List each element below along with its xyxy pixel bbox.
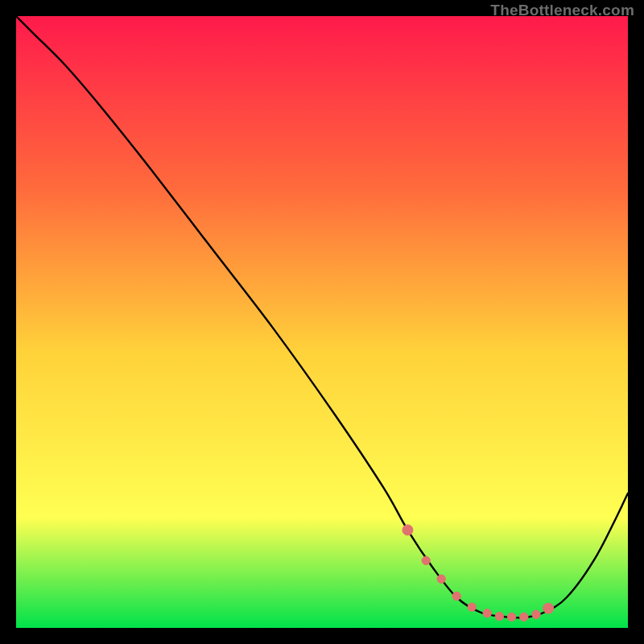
outer-black-frame: TheBottleneck.com: [0, 0, 644, 644]
sweet-spot-marker: [495, 612, 503, 620]
sweet-spot-marker: [532, 610, 540, 618]
gradient-background: [16, 16, 628, 628]
sweet-spot-marker: [422, 556, 430, 564]
sweet-spot-marker: [468, 603, 476, 611]
sweet-spot-marker: [402, 525, 413, 535]
sweet-spot-marker: [437, 575, 445, 583]
sweet-spot-marker: [520, 613, 528, 621]
sweet-spot-marker: [452, 592, 460, 600]
sweet-spot-marker: [543, 603, 554, 613]
sweet-spot-marker: [483, 609, 491, 617]
bottleneck-chart: [16, 16, 628, 628]
sweet-spot-marker: [507, 613, 515, 621]
plot-area: [16, 16, 628, 628]
